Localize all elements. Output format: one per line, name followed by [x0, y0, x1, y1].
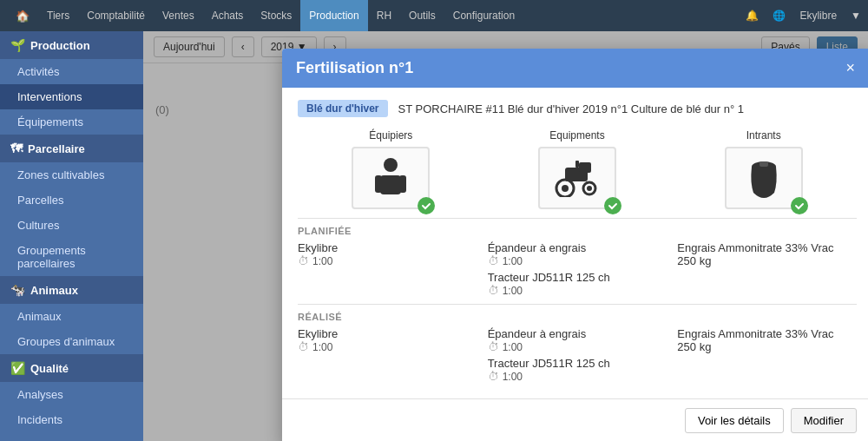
modal-close-button[interactable]: × [842, 59, 858, 77]
nav-tiers[interactable]: Tiers [38, 0, 78, 31]
svg-rect-1 [380, 175, 401, 194]
main-layout: 🌱 Production Activités Interventions Équ… [0, 31, 868, 441]
nav-rh[interactable]: RH [368, 0, 400, 31]
sidebar: 🌱 Production Activités Interventions Équ… [0, 31, 143, 441]
realise-label: RÉALISÉ [298, 312, 857, 322]
breadcrumb-info: ST PORCHAIRE #11 Blé dur d'hiver 2019 n°… [398, 102, 745, 115]
production-icon: 🌱 [10, 38, 25, 52]
svg-point-0 [384, 158, 398, 172]
qualite-icon: ✅ [10, 361, 25, 375]
sidebar-item-animaux[interactable]: Animaux [0, 304, 143, 329]
nav-outils[interactable]: Outils [400, 0, 444, 31]
nav-ventes[interactable]: Ventes [154, 0, 203, 31]
sidebar-section-qualite-label: Qualité [30, 362, 69, 375]
sidebar-section-parcellaire-label: Parcellaire [28, 142, 85, 155]
nav-stocks[interactable]: Stocks [252, 0, 300, 31]
realise-equip2-name: Tracteur JD511R 125 ch [488, 357, 667, 370]
equippers-label: Équipiers [369, 129, 412, 142]
sidebar-item-groupes-animaux[interactable]: Groupes d'animaux [0, 329, 143, 354]
time-icon-2: ⏱ [488, 254, 499, 267]
sidebar-section-parcellaire: 🗺 Parcellaire [0, 135, 143, 162]
nav-configuration[interactable]: Configuration [444, 0, 523, 31]
equippers-col: Équipiers [352, 129, 430, 209]
sidebar-section-animaux-label: Animaux [30, 284, 78, 297]
svg-rect-2 [375, 175, 382, 193]
time-icon-6: ⏱ [488, 370, 499, 383]
realise-intrants: Engrais Ammonitrate 33% Vrac 250 kg [677, 327, 857, 383]
sidebar-item-incidents[interactable]: Incidents [0, 407, 143, 432]
sidebar-item-activites[interactable]: Activités [0, 59, 143, 84]
intrants-check-icon [791, 197, 808, 214]
top-nav-right: 🔔 🌐 Ekylibre ▼ [746, 10, 861, 22]
home-icon[interactable]: 🏠 [7, 10, 38, 23]
planifiee-equip1-time: ⏱ 1:00 [488, 254, 667, 267]
realise-equip1-name: Épandeur à engrais [488, 327, 667, 340]
realise-grid: Ekylibre ⏱ 1:00 Épandeur à engrais ⏱ 1 [298, 327, 857, 383]
equipments-label: Equipments [549, 129, 604, 142]
icons-row: Équipiers [298, 129, 857, 209]
planifiee-intrant-qty: 250 kg [677, 254, 857, 267]
realise-intrant-name: Engrais Ammonitrate 33% Vrac [677, 327, 857, 340]
planifiee-equip2-name: Tracteur JD511R 125 ch [488, 271, 667, 284]
voir-details-button[interactable]: Voir les détails [685, 408, 784, 433]
content-area: Aujourd'hui ‹ 2019 ▼ › Pavés Liste ≡ Fil… [143, 31, 868, 441]
sidebar-section-qualite: ✅ Qualité [0, 354, 143, 382]
sidebar-section-production: 🌱 Production [0, 31, 143, 59]
sidebar-item-zones[interactable]: Zones cultivables [0, 162, 143, 188]
sidebar-item-interventions[interactable]: Interventions [0, 84, 143, 109]
sidebar-item-groupements[interactable]: Groupements parcellaires [0, 238, 143, 276]
tractor-icon [553, 159, 602, 197]
planifiee-equip1-name: Épandeur à engrais [488, 241, 667, 254]
realise-equipments: Épandeur à engrais ⏱ 1:00 Tracteur JD511… [488, 327, 667, 383]
globe-icon[interactable]: 🌐 [773, 10, 786, 22]
planifiee-equipments: Épandeur à engrais ⏱ 1:00 Tracteur JD511… [488, 241, 667, 297]
equipments-check-icon [604, 197, 621, 214]
time-icon-1: ⏱ [298, 254, 309, 267]
svg-point-9 [587, 186, 592, 191]
realise-equipper-time: ⏱ 1:00 [298, 340, 477, 353]
bell-icon[interactable]: 🔔 [746, 10, 759, 22]
user-dropdown-icon[interactable]: ▼ [851, 10, 861, 22]
intrants-icon-box [725, 147, 803, 209]
planifiee-equipper-time: ⏱ 1:00 [298, 254, 477, 267]
modal-title: Fertilisation n°1 [296, 59, 413, 77]
sidebar-item-analyses[interactable]: Analyses [0, 382, 143, 407]
sidebar-section-animaux: 🐄 Animaux [0, 276, 143, 304]
svg-rect-12 [760, 161, 768, 167]
equippers-icon-box [352, 147, 430, 209]
time-icon-4: ⏱ [298, 340, 309, 353]
nav-comptabilite[interactable]: Comptabilité [78, 0, 154, 31]
equippers-check-icon [418, 197, 435, 214]
sidebar-item-cultures[interactable]: Cultures [0, 213, 143, 238]
sidebar-item-parcelles[interactable]: Parcelles [0, 188, 143, 213]
realise-section: RÉALISÉ Ekylibre ⏱ 1:00 Épandeur à [298, 312, 857, 383]
svg-point-7 [562, 185, 569, 192]
modifier-button[interactable]: Modifier [791, 408, 857, 433]
person-icon [372, 156, 410, 200]
realise-equippers: Ekylibre ⏱ 1:00 [298, 327, 477, 383]
sidebar-section-production-label: Production [30, 39, 90, 52]
sidebar-item-equipements[interactable]: Équipements [0, 109, 143, 135]
parcellaire-icon: 🗺 [10, 142, 23, 155]
animaux-icon: 🐄 [10, 283, 25, 297]
intrants-label: Intrants [746, 129, 781, 142]
modal: Fertilisation n°1 × Blé dur d'hiver ST P… [282, 49, 868, 441]
nav-production[interactable]: Production [300, 0, 367, 31]
planifiee-intrants: Engrais Ammonitrate 33% Vrac 250 kg [677, 241, 857, 297]
realise-equipper-name: Ekylibre [298, 327, 477, 340]
top-nav: 🏠 Tiers Comptabilité Ventes Achats Stock… [0, 0, 868, 31]
user-label: Ekylibre [799, 10, 837, 22]
intrants-col: Intrants [725, 129, 803, 209]
modal-body: Blé dur d'hiver ST PORCHAIRE #11 Blé dur… [282, 88, 868, 398]
section-divider-top [298, 218, 857, 219]
planifiee-equipper-name: Ekylibre [298, 241, 477, 254]
nav-achats[interactable]: Achats [203, 0, 253, 31]
realise-intrant-qty: 250 kg [677, 340, 857, 353]
svg-rect-10 [575, 161, 579, 168]
modal-footer: Voir les détails Modifier [282, 398, 868, 441]
modal-breadcrumb-row: Blé dur d'hiver ST PORCHAIRE #11 Blé dur… [298, 100, 857, 117]
planifiee-equippers: Ekylibre ⏱ 1:00 [298, 241, 477, 297]
svg-rect-5 [579, 162, 591, 173]
equipments-col: Equipments [538, 129, 616, 209]
modal-header: Fertilisation n°1 × [282, 49, 868, 88]
